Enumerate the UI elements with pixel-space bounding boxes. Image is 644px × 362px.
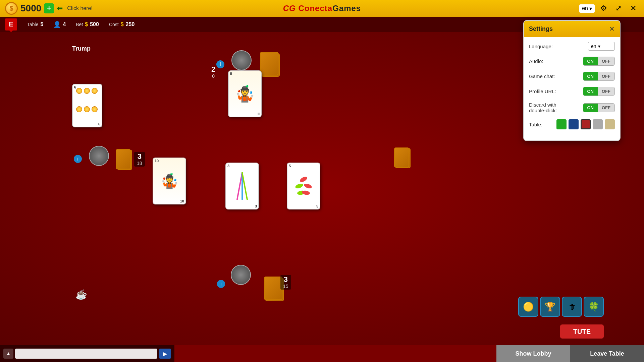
discard-on-button[interactable]: ON (583, 104, 598, 112)
table-color-tan[interactable] (605, 119, 615, 129)
settings-audio-row: Audio: ON OFF (529, 57, 615, 66)
gamechat-on-button[interactable]: ON (583, 72, 598, 80)
audio-toggle: ON OFF (583, 57, 615, 66)
settings-language-row: Language: en ▾ (529, 42, 615, 51)
table-color-green[interactable] (556, 119, 567, 129)
audio-label: Audio: (529, 58, 580, 64)
discard-off-button[interactable]: OFF (598, 104, 614, 112)
settings-close-button[interactable]: ✕ (609, 25, 615, 33)
discard-label: Discard with double-click: (529, 102, 580, 113)
table-color-gray[interactable] (593, 119, 603, 129)
settings-profileurl-row: Profile URL: ON OFF (529, 87, 615, 96)
settings-modal: Settings ✕ Language: en ▾ Audio: ON OFF (523, 20, 621, 141)
table-color-swatches (556, 119, 615, 129)
audio-on-button[interactable]: ON (583, 57, 598, 65)
gamechat-label: Game chat: (529, 73, 580, 79)
language-dropdown[interactable]: en ▾ (588, 42, 615, 51)
settings-body: Language: en ▾ Audio: ON OFF Game chat: … (524, 37, 620, 140)
profileurl-toggle: ON OFF (583, 87, 615, 96)
profileurl-label: Profile URL: (529, 88, 580, 94)
language-current: en (591, 44, 596, 49)
table-color-label: Table: (529, 122, 553, 127)
profileurl-off-button[interactable]: OFF (598, 87, 614, 96)
table-color-red[interactable] (581, 119, 591, 129)
table-color-blue[interactable] (569, 119, 579, 129)
language-chevron: ▾ (598, 44, 600, 49)
settings-header: Settings ✕ (524, 21, 620, 37)
language-label: Language: (529, 44, 585, 49)
settings-title: Settings (529, 25, 553, 33)
settings-table-row: Table: (529, 119, 615, 129)
audio-off-button[interactable]: OFF (598, 57, 614, 65)
settings-discard-row: Discard with double-click: ON OFF (529, 102, 615, 113)
settings-overlay: Settings ✕ Language: en ▾ Audio: ON OFF (0, 0, 644, 362)
discard-toggle: ON OFF (583, 103, 615, 112)
gamechat-toggle: ON OFF (583, 72, 615, 81)
gamechat-off-button[interactable]: OFF (598, 72, 614, 80)
settings-gamechat-row: Game chat: ON OFF (529, 72, 615, 81)
profileurl-on-button[interactable]: ON (583, 87, 598, 96)
